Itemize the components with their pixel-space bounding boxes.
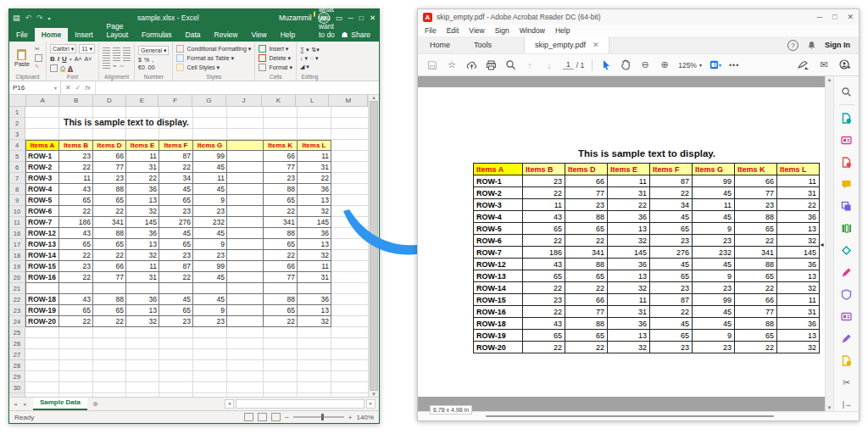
cell-L9[interactable]: 13 — [298, 195, 331, 206]
cell-A29[interactable] — [25, 371, 59, 382]
cell-K5[interactable]: 66 — [264, 151, 298, 162]
expand-pane-icon[interactable]: |→ — [843, 400, 852, 409]
notifications-bell-icon[interactable] — [807, 41, 816, 50]
menu-view[interactable]: View — [469, 26, 484, 35]
cell-M4[interactable] — [331, 140, 368, 151]
sign-pen-icon[interactable] — [798, 59, 810, 71]
styles-item-0[interactable]: Conditional Formatting ▾ — [176, 45, 251, 53]
cell-D16[interactable]: 88 — [93, 228, 126, 239]
cell-K10[interactable]: 22 — [264, 206, 298, 217]
cell-B16[interactable]: 43 — [59, 228, 93, 239]
align-center-icon[interactable] — [113, 55, 120, 61]
row-number-22[interactable]: 22 — [9, 294, 25, 305]
cell-A20[interactable]: ROW-16 — [25, 272, 59, 283]
cell-K2[interactable] — [264, 118, 298, 129]
number-format-select[interactable]: General ▾ — [138, 46, 169, 55]
row-number-3[interactable]: 3 — [9, 129, 25, 140]
select-all-corner[interactable] — [9, 95, 26, 106]
cell-J17[interactable] — [227, 239, 264, 250]
cell-J11[interactable] — [227, 217, 264, 228]
row-number-27[interactable]: 27 — [9, 349, 25, 360]
decrease-font-icon[interactable]: A˅ — [84, 56, 92, 62]
row-number-4[interactable]: 4 — [9, 140, 25, 151]
cell-A18[interactable]: ROW-14 — [25, 250, 59, 261]
cell-A17[interactable]: ROW-13 — [25, 239, 59, 250]
cell-M8[interactable] — [331, 184, 368, 195]
export-pdf-icon[interactable] — [836, 107, 858, 129]
cell-A30[interactable] — [25, 382, 59, 393]
column-header-L[interactable]: L — [296, 95, 330, 106]
excel-tab-insert[interactable]: Insert — [68, 28, 99, 42]
cell-B5[interactable]: 23 — [59, 151, 93, 162]
name-box[interactable]: P16▾ — [9, 81, 61, 94]
print-icon[interactable] — [485, 59, 497, 71]
excel-tab-home[interactable]: Home — [35, 28, 69, 42]
cell-L22[interactable]: 36 — [298, 294, 331, 305]
cell-K28[interactable] — [264, 360, 298, 371]
cell-J18[interactable] — [227, 250, 264, 261]
cell-B23[interactable]: 65 — [59, 305, 93, 316]
cell-F10[interactable]: 23 — [159, 206, 193, 217]
cell-F5[interactable]: 87 — [159, 151, 193, 162]
cell-B18[interactable]: 22 — [59, 250, 93, 261]
cell-B19[interactable]: 23 — [59, 261, 93, 272]
cell-F20[interactable]: 22 — [159, 272, 193, 283]
cell-E28[interactable] — [126, 360, 159, 371]
row-number-19[interactable]: 19 — [9, 261, 25, 272]
fill-color-icon[interactable]: ◇ — [60, 64, 65, 72]
cell-G27[interactable] — [193, 349, 227, 360]
cell-D11[interactable]: 341 — [93, 217, 126, 228]
excel-tab-data[interactable]: Data — [179, 28, 208, 42]
cell-L30[interactable] — [298, 382, 331, 393]
cell-F24[interactable]: 23 — [159, 316, 193, 327]
cell-J26[interactable] — [227, 338, 264, 349]
cell-A11[interactable]: ROW-7 — [25, 217, 59, 228]
cell-J30[interactable] — [227, 382, 264, 393]
search-icon[interactable] — [504, 59, 516, 71]
sheet-nav-right-icon[interactable]: ► — [23, 402, 28, 407]
cell-B27[interactable] — [59, 349, 93, 360]
cell-B7[interactable]: 11 — [59, 173, 93, 184]
page-break-view-icon[interactable] — [271, 413, 281, 421]
cell-A5[interactable]: ROW-1 — [25, 151, 59, 162]
cell-M7[interactable] — [331, 173, 368, 184]
merge-center-icon[interactable]: ⇔ — [119, 63, 125, 69]
save-icon[interactable]: ▤ — [13, 14, 20, 22]
menu-window[interactable]: Window — [520, 26, 545, 35]
pdf-document-area[interactable]: This is sample text to display. Items AI… — [418, 76, 825, 411]
cell-F21[interactable] — [159, 283, 193, 294]
cell-G1[interactable] — [193, 107, 227, 118]
row-number-5[interactable]: 5 — [9, 151, 25, 162]
find-select-icon[interactable]: ◌ ▾ — [310, 55, 319, 62]
create-pdf-icon[interactable] — [836, 129, 858, 151]
cell-J10[interactable] — [227, 206, 264, 217]
cell-M24[interactable] — [331, 316, 368, 327]
close-tab-icon[interactable]: ✕ — [593, 41, 599, 49]
row-number-9[interactable]: 9 — [9, 195, 25, 206]
pdf-vertical-scrollbar[interactable]: ▲ ▼ — [825, 76, 833, 411]
excel-sample-text[interactable]: This is sample text to display. — [64, 117, 189, 128]
qat-dropdown-icon[interactable]: ▾ — [48, 15, 51, 21]
cell-F8[interactable]: 45 — [159, 184, 193, 195]
cell-A1[interactable] — [25, 107, 59, 118]
enter-icon[interactable]: ✓ — [75, 84, 81, 92]
cell-L4[interactable]: Items L — [298, 140, 331, 151]
maximize-button[interactable]: □ — [359, 14, 364, 22]
cell-B25[interactable] — [59, 327, 93, 338]
cut-icon[interactable]: ✂ — [35, 46, 42, 53]
cell-D26[interactable] — [93, 338, 126, 349]
cell-L18[interactable]: 32 — [298, 250, 331, 261]
cell-G25[interactable] — [193, 327, 227, 338]
cell-F3[interactable] — [159, 129, 193, 140]
cell-E17[interactable]: 13 — [126, 239, 159, 250]
cell-M29[interactable] — [331, 371, 368, 382]
scroll-up-icon[interactable]: ▲ — [371, 95, 376, 100]
cell-L11[interactable]: 145 — [298, 217, 331, 228]
cell-G21[interactable] — [193, 283, 227, 294]
cell-E16[interactable]: 36 — [126, 228, 159, 239]
cell-E11[interactable]: 145 — [126, 217, 159, 228]
cell-M9[interactable] — [331, 195, 368, 206]
cell-E27[interactable] — [126, 349, 159, 360]
cell-G2[interactable] — [193, 118, 227, 129]
cell-M1[interactable] — [331, 107, 368, 118]
